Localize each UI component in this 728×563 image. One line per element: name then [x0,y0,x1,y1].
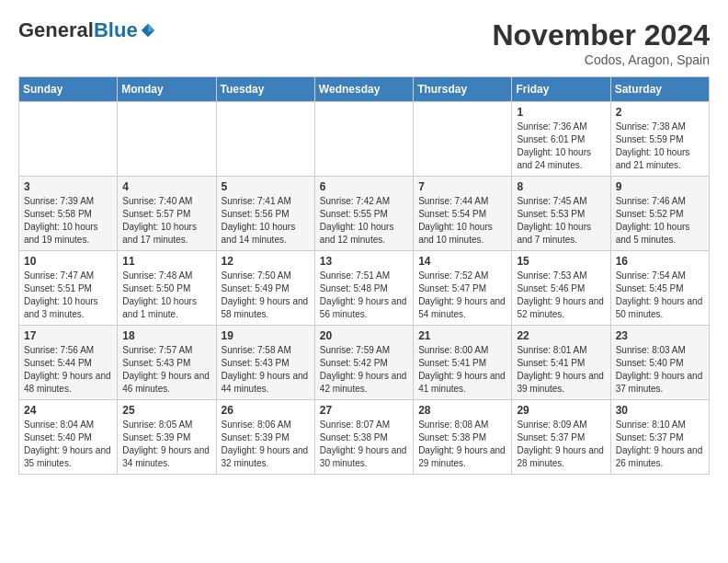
calendar-cell [414,102,512,177]
calendar-cell: 22Sunrise: 8:01 AM Sunset: 5:41 PM Dayli… [512,326,610,400]
day-info: Sunrise: 7:40 AM Sunset: 5:57 PM Dayligh… [122,195,210,247]
day-number: 17 [24,329,112,342]
page-header: GeneralBlue November 2024 Codos, Aragon,… [18,18,710,67]
day-info: Sunrise: 7:52 AM Sunset: 5:47 PM Dayligh… [418,270,506,321]
calendar-cell: 21Sunrise: 8:00 AM Sunset: 5:41 PM Dayli… [414,326,512,400]
day-number: 10 [24,255,112,268]
day-number: 20 [320,329,408,342]
day-of-week-header: Tuesday [216,77,314,102]
day-number: 26 [222,404,310,417]
location: Codos, Aragon, Spain [492,52,710,67]
calendar-cell: 8Sunrise: 7:45 AM Sunset: 5:53 PM Daylig… [512,177,610,251]
day-number: 29 [517,404,605,417]
calendar-cell [19,102,118,177]
day-number: 12 [222,255,310,268]
calendar-cell: 29Sunrise: 8:09 AM Sunset: 5:37 PM Dayli… [512,400,610,475]
logo-general: GeneralBlue [18,18,138,42]
calendar-week-row: 1Sunrise: 7:36 AM Sunset: 6:01 PM Daylig… [19,102,710,177]
calendar-cell: 25Sunrise: 8:05 AM Sunset: 5:39 PM Dayli… [118,400,216,475]
day-info: Sunrise: 8:03 AM Sunset: 5:40 PM Dayligh… [616,344,704,396]
calendar-cell [118,102,216,177]
logo: GeneralBlue [18,18,156,42]
title-block: November 2024 Codos, Aragon, Spain [492,18,710,67]
calendar-cell: 5Sunrise: 7:41 AM Sunset: 5:56 PM Daylig… [216,177,314,251]
day-info: Sunrise: 7:44 AM Sunset: 5:54 PM Dayligh… [418,195,506,247]
day-of-week-header: Sunday [19,77,118,102]
day-info: Sunrise: 7:36 AM Sunset: 6:01 PM Dayligh… [517,121,605,172]
day-info: Sunrise: 7:56 AM Sunset: 5:44 PM Dayligh… [24,344,112,396]
calendar-body: 1Sunrise: 7:36 AM Sunset: 6:01 PM Daylig… [19,102,710,475]
calendar-cell: 15Sunrise: 7:53 AM Sunset: 5:46 PM Dayli… [512,251,610,326]
calendar-week-row: 3Sunrise: 7:39 AM Sunset: 5:58 PM Daylig… [19,177,710,251]
day-info: Sunrise: 8:10 AM Sunset: 5:37 PM Dayligh… [616,419,704,470]
day-number: 21 [418,329,506,342]
day-number: 14 [418,255,506,268]
day-info: Sunrise: 8:05 AM Sunset: 5:39 PM Dayligh… [122,419,210,470]
day-number: 27 [320,404,408,417]
day-info: Sunrise: 7:38 AM Sunset: 5:59 PM Dayligh… [616,121,704,172]
day-number: 30 [616,404,704,417]
day-info: Sunrise: 8:04 AM Sunset: 5:40 PM Dayligh… [24,419,112,470]
day-number: 2 [616,106,704,119]
day-info: Sunrise: 8:01 AM Sunset: 5:41 PM Dayligh… [517,344,605,396]
day-number: 15 [517,255,605,268]
calendar-cell: 27Sunrise: 8:07 AM Sunset: 5:38 PM Dayli… [314,400,413,475]
day-info: Sunrise: 7:46 AM Sunset: 5:52 PM Dayligh… [616,195,704,247]
day-number: 25 [122,404,210,417]
month-title: November 2024 [492,18,710,52]
calendar-cell: 12Sunrise: 7:50 AM Sunset: 5:49 PM Dayli… [216,251,314,326]
calendar-table: SundayMondayTuesdayWednesdayThursdayFrid… [18,76,710,475]
calendar-cell [314,102,413,177]
calendar-cell: 14Sunrise: 7:52 AM Sunset: 5:47 PM Dayli… [414,251,512,326]
day-info: Sunrise: 8:08 AM Sunset: 5:38 PM Dayligh… [418,419,506,470]
day-number: 22 [517,329,605,342]
calendar-cell: 24Sunrise: 8:04 AM Sunset: 5:40 PM Dayli… [19,400,118,475]
calendar-cell: 3Sunrise: 7:39 AM Sunset: 5:58 PM Daylig… [19,177,118,251]
day-info: Sunrise: 7:45 AM Sunset: 5:53 PM Dayligh… [517,195,605,247]
calendar-cell: 1Sunrise: 7:36 AM Sunset: 6:01 PM Daylig… [512,102,610,177]
day-of-week-header: Friday [512,77,610,102]
day-number: 19 [222,329,310,342]
header-row: SundayMondayTuesdayWednesdayThursdayFrid… [19,77,710,102]
calendar-cell [216,102,314,177]
day-of-week-header: Saturday [610,77,709,102]
day-info: Sunrise: 7:54 AM Sunset: 5:45 PM Dayligh… [616,270,704,321]
day-number: 8 [517,180,605,193]
day-number: 5 [222,180,310,193]
day-number: 23 [616,329,704,342]
day-info: Sunrise: 7:48 AM Sunset: 5:50 PM Dayligh… [122,270,210,321]
day-info: Sunrise: 8:06 AM Sunset: 5:39 PM Dayligh… [222,419,310,470]
calendar-cell: 19Sunrise: 7:58 AM Sunset: 5:43 PM Dayli… [216,326,314,400]
day-number: 7 [418,180,506,193]
calendar-week-row: 10Sunrise: 7:47 AM Sunset: 5:51 PM Dayli… [19,251,710,326]
day-number: 11 [122,255,210,268]
day-number: 3 [24,180,112,193]
logo-icon [140,22,156,39]
calendar-cell: 7Sunrise: 7:44 AM Sunset: 5:54 PM Daylig… [414,177,512,251]
calendar-cell: 30Sunrise: 8:10 AM Sunset: 5:37 PM Dayli… [610,400,709,475]
day-number: 18 [122,329,210,342]
day-info: Sunrise: 8:00 AM Sunset: 5:41 PM Dayligh… [418,344,506,396]
day-info: Sunrise: 7:59 AM Sunset: 5:42 PM Dayligh… [320,344,408,396]
calendar-cell: 11Sunrise: 7:48 AM Sunset: 5:50 PM Dayli… [118,251,216,326]
day-number: 24 [24,404,112,417]
day-info: Sunrise: 7:51 AM Sunset: 5:48 PM Dayligh… [320,270,408,321]
day-number: 6 [320,180,408,193]
day-number: 13 [320,255,408,268]
day-of-week-header: Wednesday [314,77,413,102]
calendar-cell: 9Sunrise: 7:46 AM Sunset: 5:52 PM Daylig… [610,177,709,251]
day-number: 4 [122,180,210,193]
calendar-cell: 17Sunrise: 7:56 AM Sunset: 5:44 PM Dayli… [19,326,118,400]
day-of-week-header: Monday [118,77,216,102]
calendar-cell: 28Sunrise: 8:08 AM Sunset: 5:38 PM Dayli… [414,400,512,475]
day-of-week-header: Thursday [414,77,512,102]
calendar-cell: 2Sunrise: 7:38 AM Sunset: 5:59 PM Daylig… [610,102,709,177]
calendar-cell: 16Sunrise: 7:54 AM Sunset: 5:45 PM Dayli… [610,251,709,326]
day-info: Sunrise: 7:41 AM Sunset: 5:56 PM Dayligh… [222,195,310,247]
day-number: 9 [616,180,704,193]
day-info: Sunrise: 8:09 AM Sunset: 5:37 PM Dayligh… [517,419,605,470]
day-info: Sunrise: 7:57 AM Sunset: 5:43 PM Dayligh… [122,344,210,396]
day-info: Sunrise: 7:47 AM Sunset: 5:51 PM Dayligh… [24,270,112,321]
day-info: Sunrise: 7:42 AM Sunset: 5:55 PM Dayligh… [320,195,408,247]
day-number: 16 [616,255,704,268]
